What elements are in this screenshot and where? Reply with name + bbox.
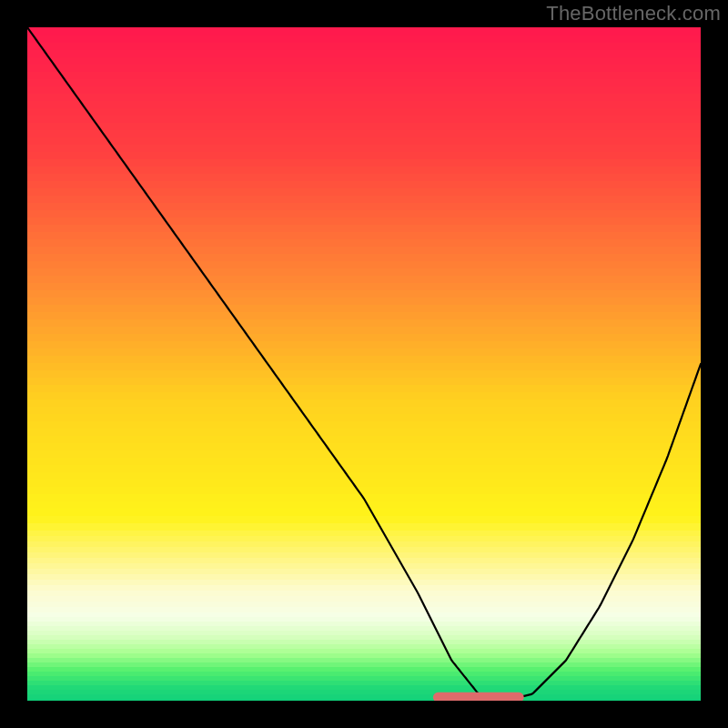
- watermark-text: TheBottleneck.com: [546, 2, 721, 25]
- curve-layer: [27, 27, 701, 701]
- plot-area: [27, 27, 701, 701]
- chart-frame: TheBottleneck.com: [0, 0, 728, 728]
- bottleneck-curve: [27, 27, 701, 701]
